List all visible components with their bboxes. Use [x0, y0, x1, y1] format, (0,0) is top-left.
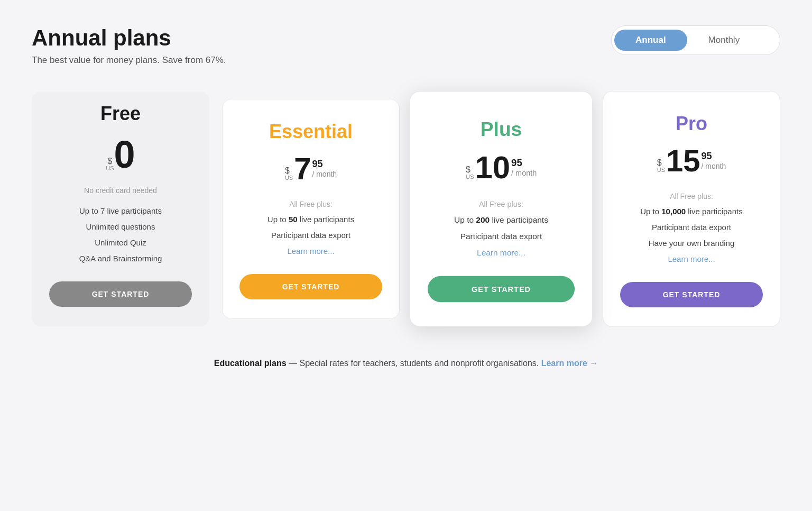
plan-card-essential: Essential $ US 7 95 / month All Free plu… [222, 99, 400, 319]
plan-card-pro: Pro $ US 15 95 / month All Free plus: Up… [603, 91, 780, 327]
plus-features: All Free plus: Up to 200 live participan… [428, 196, 575, 261]
plus-all-free: All Free plus: [428, 196, 575, 212]
essential-price-block: $ US 7 95 / month [239, 153, 382, 184]
plus-price-us: US [466, 174, 474, 180]
pro-learn-more[interactable]: Learn more... [668, 254, 715, 263]
page-header: Annual plans The best value for money pl… [32, 25, 780, 66]
essential-price-period: / month [312, 170, 337, 179]
free-price-main: 0 [114, 135, 135, 174]
plus-dollar: $ [466, 166, 470, 174]
free-get-started-button[interactable]: GET STARTED [49, 281, 192, 307]
footer-normal-text: — Special rates for teachers, students a… [287, 359, 539, 368]
billing-toggle[interactable]: Annual Monthly [611, 25, 780, 55]
plan-card-free: Free $ US 0 No credit card needed Up to … [32, 92, 209, 326]
plus-price-period: / month [511, 169, 537, 178]
free-features: Up to 7 live participants Unlimited ques… [49, 203, 192, 267]
essential-features: All Free plus: Up to 50 live participant… [239, 197, 382, 259]
plus-price-cents: 95 [511, 158, 522, 169]
toggle-annual[interactable]: Annual [614, 30, 687, 51]
pro-get-started-button[interactable]: GET STARTED [620, 282, 763, 307]
pro-dollar: $ [657, 159, 662, 167]
footer-bold-text: Educational plans [214, 359, 287, 368]
pro-price-block: $ US 15 95 / month [620, 145, 763, 176]
plan-name-free: Free [49, 103, 192, 125]
essential-all-free: All Free plus: [239, 197, 382, 212]
footer-section: Educational plans — Special rates for te… [32, 359, 780, 368]
page-subtitle: The best value for money plans. Save fro… [32, 55, 226, 66]
essential-learn-more[interactable]: Learn more... [287, 247, 334, 256]
plan-card-plus: Plus $ US 10 95 / month All Free plus: U… [410, 92, 593, 327]
plus-get-started-button[interactable]: GET STARTED [428, 276, 575, 302]
toggle-monthly[interactable]: Monthly [687, 30, 761, 51]
pro-features: All Free plus: Up to 10,000 live partici… [620, 189, 763, 267]
plus-learn-more[interactable]: Learn more... [477, 248, 525, 257]
pro-price-period: / month [702, 162, 726, 171]
pro-price-cents: 95 [702, 151, 712, 162]
plus-price-block: $ US 10 95 / month [428, 152, 575, 184]
pro-price-us: US [657, 167, 665, 173]
essential-price-us: US [285, 175, 293, 181]
free-price-us: US [106, 166, 114, 171]
essential-get-started-button[interactable]: GET STARTED [239, 274, 382, 299]
pro-price-main: 15 [666, 145, 700, 176]
free-dollar-sign: $ [106, 157, 114, 166]
page-title: Annual plans [32, 25, 226, 51]
free-price-block: $ US 0 [49, 135, 192, 174]
pro-all-free: All Free plus: [620, 189, 763, 204]
essential-dollar: $ [285, 167, 290, 175]
plan-name-pro: Pro [620, 113, 763, 135]
footer-learn-more[interactable]: Learn more → [541, 359, 598, 368]
plan-name-essential: Essential [239, 121, 382, 143]
free-note: No credit card needed [49, 186, 192, 195]
essential-price-main: 7 [294, 153, 311, 184]
plan-name-plus: Plus [428, 118, 575, 141]
plus-price-main: 10 [475, 152, 510, 184]
essential-price-cents: 95 [312, 159, 322, 170]
title-block: Annual plans The best value for money pl… [32, 25, 226, 66]
plans-container: Free $ US 0 No credit card needed Up to … [32, 91, 780, 327]
